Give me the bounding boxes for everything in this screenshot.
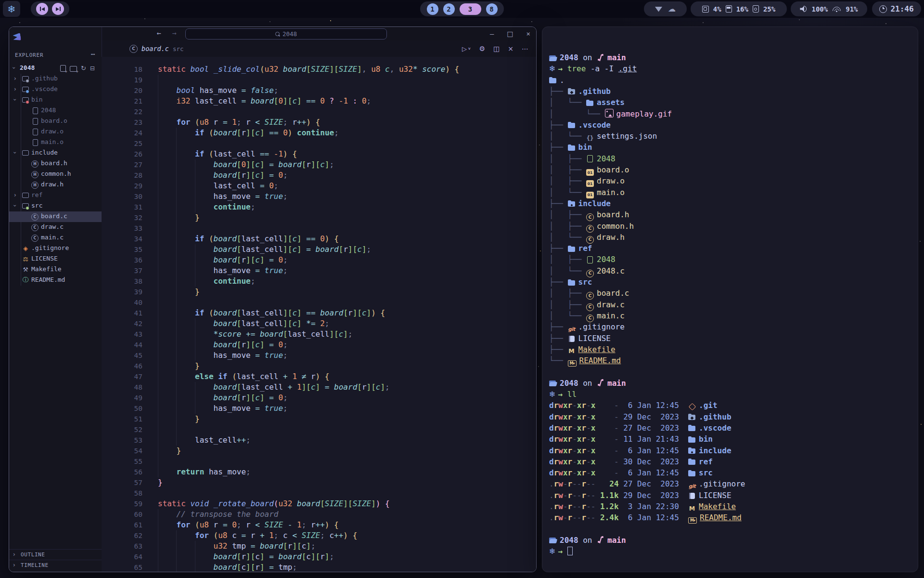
explorer-item-draw.o[interactable]: draw.o bbox=[9, 127, 102, 137]
code-editor[interactable]: 18static bool _slide_col(u32 board[SIZE]… bbox=[102, 57, 536, 572]
explorer-item-LICENSE[interactable]: ⚖LICENSE bbox=[9, 254, 102, 264]
code-line-49[interactable]: 49 board[r][c] = 0; bbox=[102, 393, 536, 403]
nav-back-button[interactable]: ← bbox=[154, 29, 164, 38]
code-line-27[interactable]: 27 board[0][c] = board[r][c]; bbox=[102, 159, 536, 170]
explorer-item-bin[interactable]: ›bin bbox=[9, 95, 102, 105]
workspace-8[interactable]: 8 bbox=[486, 3, 498, 15]
code-line-25[interactable]: 25 bbox=[102, 138, 536, 149]
split-editor-icon[interactable]: ◫ bbox=[493, 45, 500, 53]
code-line-41[interactable]: 41 if (board[last_cell][c] == board[r][c… bbox=[102, 308, 536, 318]
code-line-28[interactable]: 28 board[r][c] = 0; bbox=[102, 170, 536, 181]
code-line-65[interactable]: 65 board[c][r] = tmp; bbox=[102, 562, 536, 572]
workspace-3[interactable]: 3 bbox=[460, 3, 481, 15]
code-line-48[interactable]: 48 board[last_cell + 1][c] = board[r][c]… bbox=[102, 382, 536, 393]
code-line-53[interactable]: 53 last_cell++; bbox=[102, 435, 536, 446]
launcher-button[interactable]: ❄ bbox=[3, 1, 20, 17]
explorer-item-board.c[interactable]: Cboard.c bbox=[9, 211, 102, 222]
code-line-18[interactable]: 18static bool _slide_col(u32 board[SIZE]… bbox=[102, 64, 536, 75]
more-actions-icon[interactable]: ⋯ bbox=[522, 45, 528, 53]
settings-gear-icon[interactable]: ⚙ bbox=[479, 45, 485, 53]
code-line-46[interactable]: 46 } bbox=[102, 361, 536, 371]
explorer-item-main.c[interactable]: Cmain.c bbox=[9, 233, 102, 243]
collapse-all-icon[interactable]: ⊟ bbox=[90, 65, 95, 72]
code-line-19[interactable]: 19 bbox=[102, 75, 536, 85]
code-line-44[interactable]: 44 board[r][c] = 0; bbox=[102, 340, 536, 350]
media-next-button[interactable] bbox=[52, 3, 64, 15]
code-line-50[interactable]: 50 has_move = true; bbox=[102, 403, 536, 414]
code-line-55[interactable]: 55 bbox=[102, 456, 536, 467]
code-line-57[interactable]: 57} bbox=[102, 477, 536, 488]
explorer-item-src[interactable]: ›src bbox=[9, 201, 102, 211]
code-line-32[interactable]: 32 } bbox=[102, 212, 536, 223]
explorer-more-icon[interactable]: ⋯ bbox=[91, 50, 95, 58]
code-line-40[interactable]: 40 bbox=[102, 297, 536, 308]
command-center-search[interactable]: 2048 bbox=[185, 28, 387, 39]
code-line-24[interactable]: 24 if (board[r][c] == 0) continue; bbox=[102, 128, 536, 138]
explorer-item-README.md[interactable]: ⓘREADME.md bbox=[9, 275, 102, 286]
minimize-button[interactable]: — bbox=[490, 30, 494, 38]
code-line-20[interactable]: 20 bool has_move = false; bbox=[102, 85, 536, 96]
code-line-52[interactable]: 52 bbox=[102, 424, 536, 435]
workspace-2[interactable]: 2 bbox=[443, 3, 455, 15]
code-line-61[interactable]: 61 for (u8 r = 0; r < SIZE - 1; r++) { bbox=[102, 520, 536, 530]
explorer-item-main.o[interactable]: main.o bbox=[9, 137, 102, 148]
line-number: 38 bbox=[105, 276, 142, 287]
code-line-62[interactable]: 62 for (u8 c = r + 1; c < SIZE; c++) { bbox=[102, 530, 536, 541]
code-line-35[interactable]: 35 board[last_cell][c] = board[r][c]; bbox=[102, 244, 536, 255]
explorer-item-.vscode[interactable]: ›.vscode bbox=[9, 84, 102, 95]
code-line-63[interactable]: 63 u32 tmp = board[r][c]; bbox=[102, 541, 536, 552]
explorer-item-Makefile[interactable]: ⚒Makefile bbox=[9, 264, 102, 275]
code-line-33[interactable]: 33 bbox=[102, 223, 536, 234]
code-line-60[interactable]: 60 // transpose the board bbox=[102, 509, 536, 520]
explorer-item-draw.h[interactable]: Hdraw.h bbox=[9, 180, 102, 190]
code-line-34[interactable]: 34 if (board[last_cell][c] == 0) { bbox=[102, 234, 536, 244]
explorer-sidebar: EXPLORER ⋯ › 2048 ↻ ⊟ ›.github›.vscode›b… bbox=[9, 27, 102, 572]
code-line-64[interactable]: 64 board[r][c] = board[c][r]; bbox=[102, 552, 536, 562]
code-line-47[interactable]: 47 else if (last_cell + 1 ≠ r) { bbox=[102, 371, 536, 382]
code-line-38[interactable]: 38 continue; bbox=[102, 276, 536, 287]
code-line-37[interactable]: 37 has_move = true; bbox=[102, 265, 536, 276]
explorer-item-include[interactable]: ›include bbox=[9, 148, 102, 158]
code-line-51[interactable]: 51 } bbox=[102, 414, 536, 424]
maximize-button[interactable]: □ bbox=[507, 30, 513, 38]
explorer-item-.github[interactable]: ›.github bbox=[9, 74, 102, 84]
code-line-29[interactable]: 29 last_cell = 0; bbox=[102, 181, 536, 191]
explorer-item-ref[interactable]: ›ref bbox=[9, 190, 102, 201]
explorer-item-2048[interactable]: 2048 bbox=[9, 105, 102, 116]
code-line-36[interactable]: 36 board[r][c] = 0; bbox=[102, 255, 536, 265]
explorer-item-board.h[interactable]: Hboard.h bbox=[9, 158, 102, 169]
code-line-21[interactable]: 21 i32 last_cell = board[0][c] == 0 ? -1… bbox=[102, 96, 536, 106]
code-line-56[interactable]: 56 return has_move; bbox=[102, 467, 536, 477]
code-line-26[interactable]: 26 if (last_cell == -1) { bbox=[102, 149, 536, 159]
tab-board-c[interactable]: C board.c src bbox=[129, 40, 183, 57]
workspace-1[interactable]: 1 bbox=[427, 3, 438, 15]
run-debug-button[interactable]: ▷∨ bbox=[462, 45, 471, 53]
code-line-22[interactable]: 22 bbox=[102, 106, 536, 117]
code-line-42[interactable]: 42 board[last_cell][c] *= 2; bbox=[102, 318, 536, 329]
code-line-39[interactable]: 39 } bbox=[102, 287, 536, 297]
media-prev-button[interactable] bbox=[36, 3, 48, 15]
explorer-item-common.h[interactable]: Hcommon.h bbox=[9, 169, 102, 180]
nav-forward-button[interactable]: → bbox=[169, 29, 180, 38]
code-line-23[interactable]: 23 for (u8 r = 1; r < SIZE; r++) { bbox=[102, 117, 536, 128]
explorer-item-.gitignore[interactable]: ◈.gitignore bbox=[9, 243, 102, 254]
terminal-window[interactable]: 2048 on main❄ → tree -a -I .git.├── .git… bbox=[542, 26, 918, 572]
explorer-root[interactable]: › 2048 ↻ ⊟ bbox=[9, 63, 102, 74]
explorer-item-draw.c[interactable]: Cdraw.c bbox=[9, 222, 102, 233]
new-file-icon[interactable] bbox=[60, 65, 66, 72]
outline-section[interactable]: › OUTLINE bbox=[9, 549, 102, 560]
line-number: 22 bbox=[105, 106, 142, 117]
code-line-54[interactable]: 54 } bbox=[102, 446, 536, 456]
code-line-58[interactable]: 58 bbox=[102, 488, 536, 499]
code-line-30[interactable]: 30 has_move = true; bbox=[102, 191, 536, 202]
new-folder-icon[interactable] bbox=[70, 66, 77, 72]
close-editor-icon[interactable]: × bbox=[508, 45, 513, 53]
close-button[interactable]: × bbox=[526, 30, 530, 38]
explorer-item-board.o[interactable]: board.o bbox=[9, 116, 102, 127]
code-line-43[interactable]: 43 *score += board[last_cell][c]; bbox=[102, 329, 536, 340]
code-line-59[interactable]: 59static void _rotate_board(u32 board[SI… bbox=[102, 499, 536, 509]
code-line-45[interactable]: 45 has_move = true; bbox=[102, 350, 536, 361]
refresh-icon[interactable]: ↻ bbox=[81, 65, 86, 72]
code-line-31[interactable]: 31 continue; bbox=[102, 202, 536, 212]
timeline-section[interactable]: › TIMELINE bbox=[9, 560, 102, 571]
